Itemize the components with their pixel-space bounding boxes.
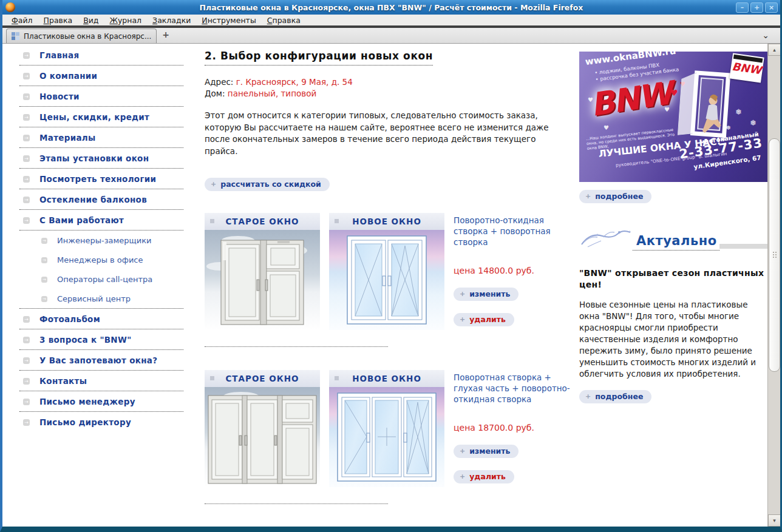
row-separator xyxy=(205,503,388,504)
tab-bar: Пластиковые окна в Красноярс... + ⌄ xyxy=(2,28,780,44)
news-headline: "BNW" открывает сезон пластичных цен! xyxy=(579,268,767,291)
plus-icon: + xyxy=(585,392,591,400)
menu-history[interactable]: Журнал xyxy=(104,15,147,26)
arrow-right-icon: → xyxy=(23,357,30,364)
sidebar-nav: →Главная →О компании →Новости →Цены, ски… xyxy=(19,45,183,432)
config-description: Поворотная створка + глухая часть + пово… xyxy=(454,372,570,405)
arrow-right-icon: → xyxy=(23,217,30,224)
vertical-scrollbar[interactable]: ▴ ▾ xyxy=(767,44,780,527)
menu-file[interactable]: Файл xyxy=(6,15,38,26)
scrollbar-thumb[interactable] xyxy=(769,138,780,372)
edit-button[interactable]: + изменить xyxy=(454,445,518,458)
sidebar-item-prices[interactable]: →Цены, скидки, кредит xyxy=(19,107,183,127)
arrow-right-icon: → xyxy=(23,52,30,59)
delete-button[interactable]: + удалить xyxy=(454,470,514,483)
menu-edit[interactable]: Правка xyxy=(38,15,78,26)
maximize-button[interactable]: + xyxy=(750,2,763,13)
page-content: →Главная →О компании →Новости →Цены, ски… xyxy=(2,44,780,527)
price-text: цена 18700.0 руб. xyxy=(454,423,570,433)
bnw-banner-ad[interactable]: www.oknaBNW.ru • лоджии, балконы ПВХ • р… xyxy=(579,52,767,182)
edit-button[interactable]: + изменить xyxy=(454,288,518,301)
row-separator xyxy=(205,346,388,347)
menu-bar: Файл Правка Вид Журнал Закладки Инструме… xyxy=(2,15,780,28)
news-section-title: Актуально xyxy=(633,234,719,251)
plus-icon: + xyxy=(460,290,465,298)
sidebar-item-condensation[interactable]: →У Вас запотевают окна? xyxy=(19,350,183,371)
firefox-window: Пластиковые окна в Красноярске, окна ПВХ… xyxy=(0,0,782,532)
menu-tools[interactable]: Инструменты xyxy=(196,15,261,26)
arrow-right-icon: → xyxy=(23,419,30,426)
sidebar-item-staff[interactable]: →С Вами работают xyxy=(19,210,183,231)
new-window-card: НОВОЕ ОКНО xyxy=(329,370,444,487)
active-tab[interactable]: Пластиковые окна в Красноярс... xyxy=(6,29,157,43)
house-value: панельный, типовой xyxy=(228,89,316,98)
header-rule xyxy=(719,244,767,249)
close-button[interactable]: × xyxy=(765,2,778,13)
arrow-right-icon: → xyxy=(23,135,30,141)
arrow-right-icon: → xyxy=(41,238,47,244)
arrow-right-icon: → xyxy=(23,176,30,183)
new-window-card: НОВОЕ ОКНО xyxy=(329,213,444,330)
intro-paragraph: Этот дом относится к категории типовых, … xyxy=(205,110,569,157)
old-window-card: СТАРОЕ ОКНО xyxy=(205,370,320,487)
banner-more-button[interactable]: + подробнее xyxy=(579,190,651,203)
new-window-image xyxy=(329,387,444,487)
heart-icon: ♥ xyxy=(588,96,593,103)
snowflake-icon: ❅ xyxy=(750,118,756,127)
delete-button[interactable]: + удалить xyxy=(454,313,514,326)
house-label: Дом: xyxy=(205,89,225,98)
scroll-down-button[interactable]: ▾ xyxy=(768,514,780,527)
menu-help[interactable]: Справка xyxy=(262,15,306,26)
news-body: Новые сезонные цены на пластиковые окна … xyxy=(579,299,767,380)
arrow-right-icon: → xyxy=(23,93,30,100)
sidebar-item-contacts[interactable]: →Контакты xyxy=(19,371,183,391)
sidebar-item-materials[interactable]: →Материалы xyxy=(19,127,183,148)
square-bullet-icon xyxy=(335,219,339,223)
price-text: цена 14800.0 руб. xyxy=(454,266,570,275)
old-window-card: СТАРОЕ ОКНО xyxy=(205,213,320,330)
scrollbar-grip xyxy=(773,252,778,258)
menu-view[interactable]: Вид xyxy=(78,15,104,26)
arrow-right-icon: → xyxy=(41,257,47,263)
plus-icon: + xyxy=(460,315,465,323)
sidebar-item-service[interactable]: →Сервисный центр xyxy=(19,289,183,309)
tab-title: Пластиковые окна в Красноярс... xyxy=(24,32,151,41)
news-more-button[interactable]: + подробнее xyxy=(579,390,651,403)
heart-icon: ♥ xyxy=(604,124,609,131)
sidebar-item-home[interactable]: →Главная xyxy=(19,45,183,66)
new-window-label: НОВОЕ ОКНО xyxy=(352,374,421,383)
sidebar-item-stages[interactable]: →Этапы установки окон xyxy=(19,148,183,169)
sidebar-item-about[interactable]: →О компании xyxy=(19,66,183,86)
old-window-label: СТАРОЕ ОКНО xyxy=(225,217,299,226)
menu-bookmarks[interactable]: Закладки xyxy=(147,15,196,26)
sidebar-item-letter-manager[interactable]: →Письмо менеджеру xyxy=(19,391,183,412)
sidebar-item-technology[interactable]: →Посмотреть технологии xyxy=(19,169,183,189)
right-column: www.oknaBNW.ru • лоджии, балконы ПВХ • р… xyxy=(579,52,767,403)
arrow-right-icon: → xyxy=(23,378,30,385)
minimize-button[interactable]: – xyxy=(736,2,749,13)
sidebar-item-questions[interactable]: →3 вопроса к "BNW" xyxy=(19,329,183,350)
sidebar-item-letter-director[interactable]: →Письмо директору xyxy=(19,412,183,432)
chevron-down-icon[interactable]: ⌄ xyxy=(762,30,769,40)
sidebar-item-engineers[interactable]: →Инженеры-замерщики xyxy=(19,231,183,250)
scroll-up-button[interactable]: ▴ xyxy=(768,44,780,56)
sidebar-item-callcenter[interactable]: →Операторы call-центра xyxy=(19,269,183,289)
main-column: 2. Выбор конфигурации новых окон Адрес: … xyxy=(205,50,570,527)
sidebar-item-news[interactable]: →Новости xyxy=(19,86,183,107)
new-tab-button[interactable]: + xyxy=(158,30,174,42)
sidebar-item-managers[interactable]: →Менеджеры в офисе xyxy=(19,250,183,269)
old-window-image xyxy=(205,230,320,330)
arrow-right-icon: → xyxy=(23,73,30,79)
discount-button[interactable]: + рассчитать со скидкой xyxy=(205,178,330,191)
site-favicon xyxy=(12,32,20,41)
banner-window-graphic xyxy=(670,69,737,141)
flourish-ornament-icon xyxy=(579,224,633,251)
square-bullet-icon xyxy=(335,376,339,380)
bnw-logo: BNW xyxy=(729,53,764,83)
sidebar-item-photos[interactable]: →Фотоальбом xyxy=(19,309,183,329)
sidebar-item-balconies[interactable]: →Остекление балконов xyxy=(19,189,183,210)
arrow-right-icon: → xyxy=(23,114,30,121)
address-value: г. Красноярск, 9 Мая, д. 54 xyxy=(236,77,353,87)
new-window-image xyxy=(329,230,444,330)
config-row: СТАРОЕ ОКНО НОВОЕ ОКНО Поворотная створк… xyxy=(205,370,570,487)
